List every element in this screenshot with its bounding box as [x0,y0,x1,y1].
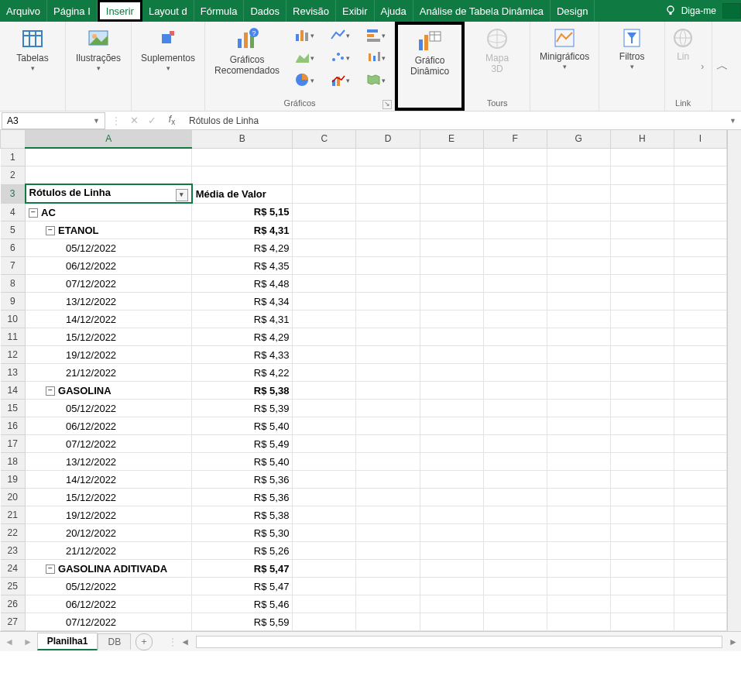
cell[interactable] [356,311,420,328]
cell[interactable] [610,524,674,542]
cell[interactable] [610,257,674,275]
menu-tab[interactable]: Análise de Tabela Dinâmica [413,0,551,22]
cell[interactable] [674,364,726,382]
row-header[interactable]: 14 [1,382,26,400]
cell[interactable] [610,613,674,631]
cell[interactable] [674,578,726,595]
cell[interactable] [483,148,547,166]
cell[interactable] [674,328,726,346]
recommended-charts-button[interactable]: ? Gráficos Recomendados [210,25,284,77]
chevron-down-icon[interactable]: ▼ [93,117,100,125]
cell[interactable] [547,293,610,311]
cell[interactable] [293,203,356,221]
row-header[interactable]: 2 [1,166,26,185]
pivot-row-label[interactable]: 06/12/2022 [26,417,192,435]
vertical-scrollbar[interactable] [727,130,741,631]
cell[interactable] [674,184,726,203]
cell[interactable] [293,275,356,293]
pivot-row-label[interactable]: 07/12/2022 [26,613,192,631]
cell[interactable] [420,184,483,203]
cell[interactable] [674,239,726,257]
cell[interactable] [610,453,674,471]
row-header[interactable]: 4 [1,203,26,221]
cell[interactable] [420,524,483,542]
cell[interactable] [356,453,420,471]
cell[interactable] [610,578,674,595]
cell[interactable] [610,221,674,239]
cell[interactable] [420,471,483,489]
cell[interactable] [547,221,610,239]
cell[interactable] [483,417,547,435]
cell[interactable] [674,471,726,489]
column-header[interactable]: E [420,130,483,148]
cell[interactable] [674,489,726,506]
cell[interactable] [483,203,547,221]
cell[interactable] [547,471,610,489]
cell[interactable] [293,221,356,239]
menu-tab[interactable]: Inserir [98,0,142,22]
row-header[interactable]: 7 [1,257,26,275]
cell[interactable] [674,275,726,293]
cell[interactable] [483,221,547,239]
cell[interactable] [356,542,420,560]
row-header[interactable]: 3 [1,184,26,203]
cell[interactable] [547,346,610,364]
combo-chart-icon[interactable]: ▾ [326,70,354,90]
cell[interactable] [547,489,610,506]
pivot-row-value[interactable]: R$ 4,29 [192,239,293,257]
cell[interactable] [26,148,192,166]
pivot-row-value[interactable]: R$ 4,31 [192,311,293,328]
cell[interactable] [420,613,483,631]
pivot-row-label[interactable]: 14/12/2022 [26,311,192,328]
pivot-row-value[interactable]: R$ 5,26 [192,542,293,560]
cell[interactable] [547,203,610,221]
cell[interactable] [356,364,420,382]
collapse-icon[interactable]: − [46,564,55,574]
row-header[interactable]: 11 [1,328,26,346]
cell[interactable] [483,166,547,185]
column-header[interactable]: F [483,130,547,148]
cell[interactable] [293,166,356,185]
pivot-row-label[interactable]: 13/12/2022 [26,453,192,471]
cell[interactable] [610,346,674,364]
cell[interactable] [674,166,726,185]
column-header[interactable]: B [192,130,293,148]
sparklines-button[interactable]: Minigráficos ▾ [535,25,594,72]
cell[interactable] [356,400,420,417]
row-header[interactable]: 20 [1,489,26,506]
cell[interactable] [547,524,610,542]
cell[interactable] [547,400,610,417]
select-all-corner[interactable] [1,130,26,148]
cell[interactable] [547,578,610,595]
cancel-icon[interactable]: ✕ [130,115,139,126]
column-header[interactable]: C [293,130,356,148]
cell[interactable] [547,311,610,328]
cell[interactable] [420,221,483,239]
cell[interactable] [293,311,356,328]
cell[interactable] [293,453,356,471]
cell[interactable] [293,148,356,166]
cell[interactable] [483,257,547,275]
cell[interactable] [192,148,293,166]
cell[interactable] [356,275,420,293]
row-header[interactable]: 8 [1,275,26,293]
cell[interactable] [293,435,356,453]
cell[interactable] [483,275,547,293]
cell[interactable] [610,239,674,257]
column-header[interactable]: I [674,130,726,148]
cell[interactable] [610,595,674,613]
pivot-row-value[interactable]: R$ 4,35 [192,257,293,275]
cell[interactable] [420,453,483,471]
cell[interactable] [420,364,483,382]
pivot-row-label[interactable]: 21/12/2022 [26,364,192,382]
column-header[interactable]: H [610,130,674,148]
cell[interactable] [293,471,356,489]
cell[interactable] [674,542,726,560]
row-header[interactable]: 19 [1,471,26,489]
cell[interactable] [483,293,547,311]
cell[interactable] [420,257,483,275]
cell[interactable] [483,328,547,346]
row-header[interactable]: 26 [1,595,26,613]
pivot-row-label[interactable]: 13/12/2022 [26,293,192,311]
pivot-row-value[interactable]: R$ 5,15 [192,203,293,221]
